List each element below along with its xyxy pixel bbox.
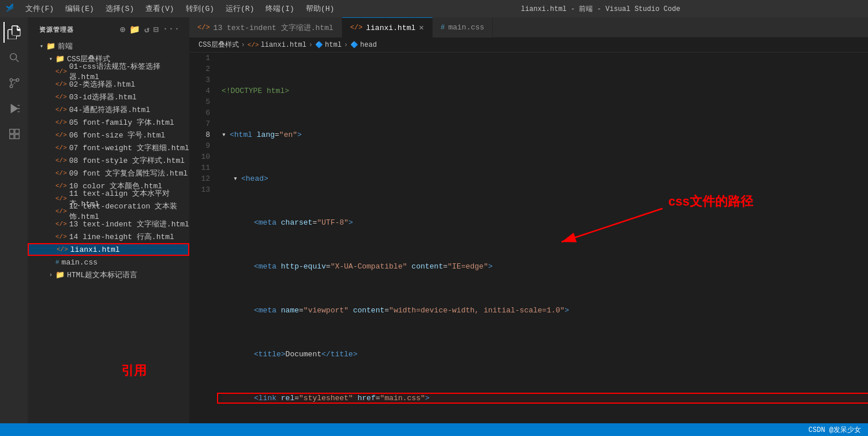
line-num-6: 6: [189, 107, 210, 118]
breadcrumb-html-tag[interactable]: 🔷 html: [315, 41, 342, 49]
folder-html[interactable]: › 📁 HTML超文本标记语言: [28, 269, 189, 281]
html-file-icon-13: </>: [55, 221, 67, 228]
code-line-7: <title>Document</title>: [222, 349, 868, 360]
svg-rect-8: [10, 129, 14, 133]
svg-marker-4: [11, 104, 18, 114]
new-file-icon[interactable]: ⊕: [120, 24, 126, 35]
html-file-icon-2: </>: [55, 81, 67, 88]
file-item-04[interactable]: </> 04-通配符选择器.html: [28, 103, 189, 116]
html-file-icon-lianxi: </>: [57, 246, 68, 253]
tab-lianxi[interactable]: </> lianxi.html ✕: [342, 17, 433, 38]
folder-html-label: 📁 HTML超文本标记语言: [55, 270, 137, 280]
file-item-13[interactable]: </> 13 text-indent 文字缩进.html: [28, 218, 189, 230]
code-editor[interactable]: <!DOCTYPE html> ▾ <html lang="en"> ▾ <he…: [217, 53, 868, 423]
tab-close-button[interactable]: ✕: [419, 24, 424, 32]
menu-edit[interactable]: 编辑(E): [61, 2, 98, 15]
line-num-9: 9: [189, 140, 210, 151]
tab-text-indent[interactable]: </> 13 text-indent 文字缩进.html: [189, 17, 342, 38]
line-num-10: 10: [189, 151, 210, 162]
svg-rect-9: [15, 129, 19, 133]
folder-css-icon: 📁: [55, 54, 65, 64]
activity-git-icon[interactable]: [3, 73, 24, 94]
code-line-5: <meta http-equiv="X-UA-Compatible" conte…: [222, 261, 868, 272]
file-item-09[interactable]: </> 09 font 文字复合属性写法.html: [28, 167, 189, 180]
more-options-icon[interactable]: ···: [163, 24, 180, 35]
new-folder-icon[interactable]: 📁: [129, 24, 141, 35]
html-file-icon-5: </>: [55, 119, 67, 126]
line-num-12: 12: [189, 173, 210, 184]
code-line-4: <meta charset="UTF-8">: [222, 217, 868, 228]
html-file-icon-7: </>: [55, 144, 67, 151]
sidebar: 资源管理器 ⊕ 📁 ↺ ⊟ ··· ▾ 📁 前端 ▾: [28, 17, 189, 423]
menu-file[interactable]: 文件(F): [21, 2, 58, 15]
menu-terminal[interactable]: 终端(I): [261, 2, 298, 15]
breadcrumb-file[interactable]: </> lianxi.html: [248, 41, 306, 49]
breadcrumb-sep-2: ›: [309, 41, 313, 49]
window-title: lianxi.html - 前端 - Visual Studio Code: [339, 4, 862, 14]
menu-bar[interactable]: 文件(F) 编辑(E) 选择(S) 查看(V) 转到(G) 运行(R) 终端(I…: [21, 2, 339, 15]
file-item-maincss[interactable]: # main.css: [28, 256, 189, 269]
refresh-icon[interactable]: ↺: [144, 24, 150, 35]
fold-icon-html[interactable]: ▾: [222, 129, 229, 140]
code-line-2: ▾ <html lang="en">: [222, 129, 868, 140]
html-file-icon-6: </>: [55, 132, 67, 139]
breadcrumb-head-tag[interactable]: 🔷 head: [350, 41, 377, 49]
html-file-icon-8: </>: [55, 157, 67, 164]
file-item-lianxi[interactable]: </> lianxi.html: [28, 243, 189, 256]
svg-rect-11: [15, 135, 19, 139]
tab-html-icon-1: </>: [197, 24, 210, 32]
folder-frontend[interactable]: ▾ 📁 前端: [28, 40, 189, 53]
activity-explorer-icon[interactable]: [3, 22, 24, 43]
tab-css-icon: #: [441, 24, 445, 32]
file-item-01[interactable]: </> 01-css语法规范-标签选择器.html: [28, 65, 189, 78]
html-file-icon-10: </>: [55, 182, 67, 189]
file-item-06[interactable]: </> 06 font-size 字号.html: [28, 129, 189, 141]
doctype-tag: <!DOCTYPE html>: [222, 85, 289, 96]
breadcrumb-css-label: CSS层叠样式: [199, 40, 239, 50]
folder-frontend-label: 📁 前端: [46, 41, 73, 51]
status-bar: CSDN @发呆少女: [0, 423, 868, 436]
file-item-05[interactable]: </> 05 font-family 字体.html: [28, 116, 189, 129]
breadcrumb-html-label: html: [325, 41, 342, 49]
menu-select[interactable]: 选择(S): [101, 2, 139, 15]
activity-bar: [0, 17, 28, 423]
status-bar-text: CSDN @发呆少女: [809, 425, 861, 435]
svg-rect-10: [10, 135, 14, 139]
breadcrumb-head-icon: 🔷: [350, 41, 358, 49]
code-line-6: <meta name="viewport" content="width=dev…: [222, 305, 868, 316]
breadcrumb-sep-1: ›: [241, 41, 245, 49]
activity-search-icon[interactable]: [3, 47, 24, 68]
activity-run-icon[interactable]: [3, 98, 24, 119]
html-file-icon-14: </>: [55, 233, 67, 240]
collapse-all-icon[interactable]: ⊟: [154, 24, 159, 35]
breadcrumb-css[interactable]: CSS层叠样式: [199, 40, 239, 50]
html-file-icon-11: </>: [55, 195, 67, 202]
fold-icon-head[interactable]: ▾: [233, 173, 240, 184]
menu-run[interactable]: 运行(R): [221, 2, 259, 15]
tab-bar: </> 13 text-indent 文字缩进.html </> lianxi.…: [189, 17, 868, 38]
menu-view[interactable]: 查看(V): [141, 2, 178, 15]
line-num-4: 4: [189, 85, 210, 96]
svg-point-0: [10, 54, 17, 60]
tab-maincss[interactable]: # main.css: [433, 17, 493, 38]
tab-label-text-indent: 13 text-indent 文字缩进.html: [214, 23, 334, 33]
file-item-12[interactable]: </> 12 text-decoration 文本装饰.html: [28, 205, 189, 218]
file-item-07[interactable]: </> 07 font-weight 文字粗细.html: [28, 141, 189, 154]
file-item-14[interactable]: </> 14 line-height 行高.html: [28, 230, 189, 243]
line-num-11: 11: [189, 162, 210, 173]
file-item-03[interactable]: </> 03-id选择器.html: [28, 91, 189, 103]
tag-html-open: <html: [230, 129, 252, 140]
line-num-2: 2: [189, 64, 210, 74]
html-file-icon-4: </>: [55, 106, 67, 113]
menu-goto[interactable]: 转到(G): [181, 2, 219, 15]
folder-icon: 📁: [46, 42, 55, 51]
menu-help[interactable]: 帮助(H): [301, 2, 339, 15]
chevron-down-icon-css: ▾: [46, 55, 55, 62]
activity-extensions-icon[interactable]: [3, 124, 24, 144]
code-line-8: <link rel="stylesheet" href="main.css">: [222, 393, 868, 404]
line-num-13: 13: [189, 184, 210, 195]
line-num-7: 7: [189, 118, 210, 129]
file-item-08[interactable]: </> 08 font-style 文字样式.html: [28, 154, 189, 167]
html-file-icon: </>: [55, 68, 67, 75]
code-container: 1 2 3 4 5 6 7 8 9 10 11 12 13 <!DOCTYPE …: [189, 53, 868, 423]
